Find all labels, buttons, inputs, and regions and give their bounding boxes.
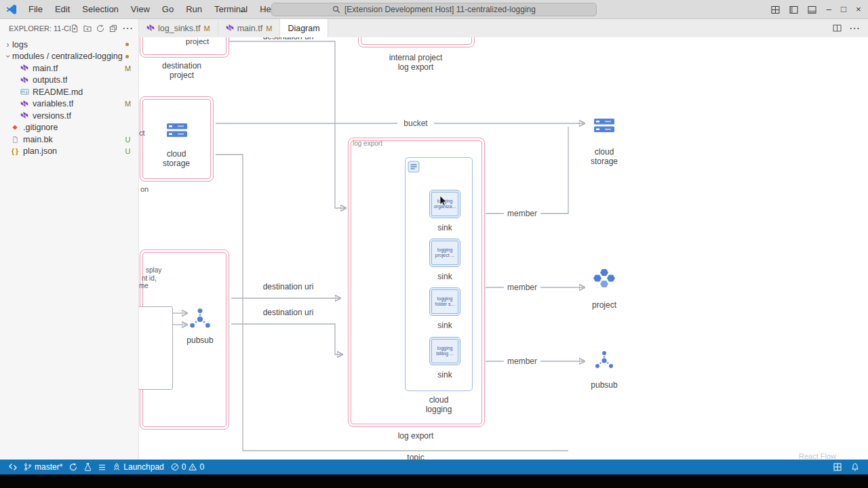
node-label: cloud storage [584, 148, 625, 166]
new-folder-icon[interactable] [83, 24, 92, 33]
notifications-bell[interactable] [848, 460, 863, 474]
file-icon [9, 136, 20, 144]
back-button[interactable]: ← [239, 4, 248, 15]
list-button[interactable] [95, 460, 109, 474]
warning-count: 0 [199, 462, 204, 472]
tab-diagram[interactable]: Diagram [280, 19, 328, 37]
tree-item-label: outputs.tf [33, 75, 67, 85]
tree-item-logs[interactable]: › logs [0, 39, 138, 51]
close-button[interactable]: × [856, 5, 861, 14]
tree-item-modules[interactable]: › modules / centralized-logging [0, 51, 138, 63]
terraform-file-icon [226, 24, 234, 33]
node-sink-project[interactable]: logging project ... [429, 239, 460, 267]
logging-icon [408, 161, 420, 173]
new-file-icon[interactable] [71, 24, 79, 33]
rocket-icon [113, 463, 121, 471]
more-actions-icon[interactable]: ⋯ [849, 22, 860, 35]
editor-layout-button[interactable] [830, 460, 845, 474]
tree-item-label: plan.json [23, 146, 57, 156]
cloud-storage-icon [167, 123, 187, 138]
menu-edit[interactable]: Edit [49, 2, 76, 16]
git-untracked-badge: U [123, 147, 133, 155]
menu-file[interactable]: File [22, 2, 49, 16]
node-sink-billing[interactable]: logging billing ... [429, 337, 460, 365]
warning-icon [189, 463, 197, 471]
diagram-canvas[interactable]: logging organiza... logging project ... … [139, 37, 868, 460]
maximize-button[interactable]: □ [841, 5, 846, 14]
terraform-file-icon [146, 24, 155, 33]
tree-item-gitignore[interactable]: .gitignore [0, 122, 138, 134]
tree-item-outputs-tf[interactable]: outputs.tf [0, 75, 138, 87]
terraform-file-icon [19, 64, 30, 73]
error-count: 0 [182, 462, 186, 472]
git-modified-badge: M [123, 100, 133, 108]
window-controls: – □ × [771, 0, 861, 19]
sync-button[interactable] [66, 460, 81, 474]
flask-button[interactable] [81, 460, 95, 474]
window-title: [Extension Development Host] 11-centrali… [344, 5, 536, 14]
node-label: cloud logging [418, 396, 459, 414]
node-label: pubsub [180, 336, 220, 346]
refresh-icon[interactable] [96, 24, 104, 33]
tab-main-tf[interactable]: main.tf M [218, 19, 281, 37]
git-untracked-badge: U [123, 136, 133, 144]
toggle-panel-icon[interactable] [808, 5, 816, 14]
git-modified-badge: M [204, 24, 210, 33]
toggle-sidebar-icon[interactable] [789, 5, 798, 14]
command-center[interactable]: [Extension Development Host] 11-centrali… [271, 3, 597, 16]
tree-item-label: .gitignore [23, 123, 58, 132]
remote-indicator[interactable] [5, 460, 20, 474]
tree-item-main-tf[interactable]: main.tf M [0, 62, 138, 75]
tree-item-label: main.bk [23, 135, 53, 144]
terraform-file-icon [19, 100, 30, 108]
group-label: log export [353, 140, 382, 147]
cloud-storage-icon [594, 118, 614, 133]
pubsub-icon [189, 308, 212, 331]
tab-label: main.tf [237, 24, 263, 33]
launchpad-label: Launchpad [123, 462, 163, 472]
tree-item-plan-json[interactable]: { } plan.json U [0, 146, 138, 158]
branch-icon [24, 463, 32, 471]
desktop-strip [0, 474, 868, 488]
collapse-all-icon[interactable] [109, 24, 117, 33]
tree-item-readme[interactable]: README.md [0, 86, 138, 98]
tree-item-main-bk[interactable]: main.bk U [0, 134, 138, 146]
forward-button[interactable]: → [257, 4, 267, 15]
minimize-button[interactable]: – [826, 5, 831, 14]
menu-run[interactable]: Run [180, 2, 208, 16]
node-label: log export [389, 432, 443, 441]
git-modified-badge: M [123, 64, 133, 73]
split-editor-icon[interactable] [833, 24, 842, 33]
chevron-down-icon: › [3, 52, 13, 61]
menu-go[interactable]: Go [156, 2, 180, 16]
sink-label: sink [429, 321, 460, 331]
tree-item-label: modules / centralized-logging [12, 52, 123, 61]
tab-log-sinks-tf[interactable]: log_sinks.tf M [139, 19, 218, 37]
sink-label: sink [429, 371, 460, 380]
more-actions-icon[interactable]: ⋯ [122, 22, 133, 35]
terraform-file-icon [19, 111, 30, 120]
tree-item-versions-tf[interactable]: versions.tf [0, 110, 138, 122]
react-flow-attribution: React Flow [799, 452, 836, 460]
menu-view[interactable]: View [125, 2, 156, 16]
branch-name: master* [35, 462, 62, 472]
tab-label: log_sinks.tf [158, 24, 201, 33]
layout-grid-icon[interactable] [771, 5, 780, 14]
explorer-sidebar: EXPLORER: 11-CENT... ⋯ › logs › modu [0, 19, 139, 460]
git-file-icon [9, 123, 20, 131]
node-label: pubsub [584, 381, 625, 390]
markdown-file-icon [19, 87, 30, 96]
git-branch-status[interactable]: master* [20, 460, 66, 474]
workbench: EXPLORER: 11-CENT... ⋯ › logs › modu [0, 19, 868, 460]
clipped-text: splay [146, 266, 161, 274]
vscode-window: File Edit Selection View Go Run Terminal… [0, 0, 868, 474]
problems-indicator[interactable]: 0 0 [167, 460, 208, 474]
pubsub-icon [594, 350, 614, 371]
launchpad-button[interactable]: Launchpad [109, 460, 167, 474]
editor-group: log_sinks.tf M main.tf M Diagram ⋯ [139, 19, 868, 460]
node-sink-folder[interactable]: logging folder s... [429, 287, 460, 316]
menu-selection[interactable]: Selection [76, 2, 124, 16]
edge-label: destination uri [260, 308, 317, 318]
tab-label: Diagram [288, 24, 319, 33]
tree-item-variables-tf[interactable]: variables.tf M [0, 98, 138, 110]
